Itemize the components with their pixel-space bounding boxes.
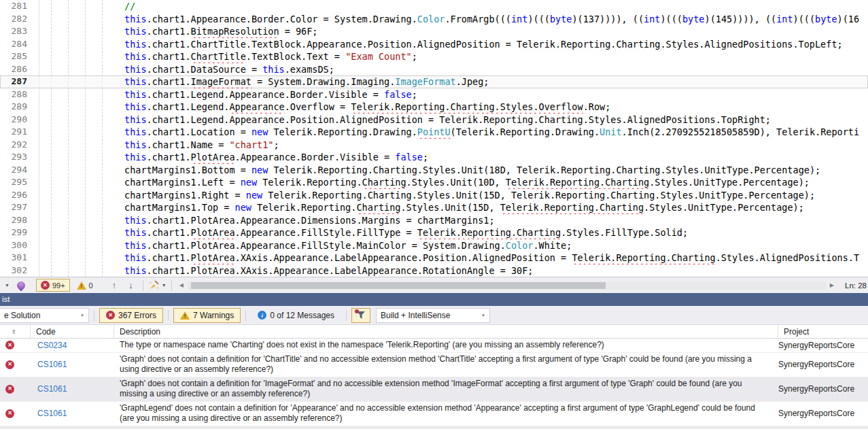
code-line[interactable]: 282this.chart1.Appearance.Border.Color =… bbox=[0, 13, 868, 26]
code-text: this.chart1.Legend.Appearance.Border.Vis… bbox=[124, 88, 417, 101]
margin-dropdown-icon[interactable]: ▼ bbox=[5, 283, 10, 288]
line-number: 295 bbox=[0, 176, 39, 189]
editor-warnings-indicator[interactable]: ! 0 bbox=[73, 279, 97, 292]
error-description: The type or namespace name 'Charting' do… bbox=[120, 340, 604, 351]
scope-dropdown[interactable]: e Solution ▼ bbox=[0, 308, 89, 323]
code-line[interactable]: 291this.chart1.Location = new Telerik.Re… bbox=[0, 126, 868, 139]
line-number: 302 bbox=[0, 264, 39, 277]
errors-filter-label: 367 Errors bbox=[118, 311, 156, 320]
code-line-current[interactable]: 287this.chart1.ImageFormat = System.Draw… bbox=[0, 75, 868, 88]
warnings-filter-button[interactable]: ! 7 Warnings bbox=[173, 308, 241, 323]
code-text: this.chart1.PlotArea.XAxis.Appearance.La… bbox=[124, 252, 859, 264]
code-line[interactable]: 292this.chart1.Name = "chart1"; bbox=[0, 139, 868, 152]
code-line[interactable]: 302this.chart1.PlotArea.XAxis.Appearance… bbox=[0, 264, 868, 277]
code-line[interactable]: 289this.chart1.Legend.Appearance.Overflo… bbox=[0, 101, 868, 114]
code-line[interactable]: 283this.chart1.BitmapResolution = 96F; bbox=[0, 25, 868, 38]
error-code[interactable]: CS1061 bbox=[31, 377, 114, 401]
code-text: chartMargins1.Right = new Telerik.Report… bbox=[124, 189, 815, 202]
code-line[interactable]: 295chartMargins1.Left = new Telerik.Repo… bbox=[0, 176, 868, 189]
line-number: 286 bbox=[0, 63, 39, 76]
messages-filter-button[interactable]: i 0 of 12 Messages bbox=[251, 308, 341, 323]
code-line[interactable]: 285this.chart1.ChartTitle.TextBlock.Text… bbox=[0, 50, 868, 63]
code-cleanup-button[interactable]: ▼ bbox=[148, 280, 167, 290]
error-list-row[interactable]: ✕CS1061'GraphLegend' does not contain a … bbox=[0, 402, 868, 426]
error-list-row[interactable]: ✕CS1061'Graph' does not contain a defini… bbox=[0, 353, 868, 377]
error-list-title: ist bbox=[2, 295, 10, 303]
code-line[interactable]: 281// bbox=[0, 0, 868, 13]
editor-errors-indicator[interactable]: ✕ 99+ bbox=[36, 279, 70, 292]
line-number: 284 bbox=[0, 38, 39, 51]
separator bbox=[168, 310, 169, 321]
code-text: this.chart1.PlotArea.Appearance.FillStyl… bbox=[124, 239, 572, 252]
code-editor[interactable]: 281//282this.chart1.Appearance.Border.Co… bbox=[0, 0, 868, 277]
error-icon: ✕ bbox=[5, 409, 14, 418]
description-cell: 'Graph' does not contain a definition fo… bbox=[114, 377, 778, 401]
warning-icon: ! bbox=[180, 311, 190, 320]
error-list-row[interactable]: ✕CS1061'Graph' does not contain a defini… bbox=[0, 377, 868, 402]
separator bbox=[346, 310, 347, 321]
filter-mode-dropdown[interactable]: Build + IntelliSense ▼ bbox=[376, 308, 490, 323]
severity-column-header[interactable]: ‼ bbox=[0, 325, 31, 338]
code-text: this.chart1.Name = "chart1"; bbox=[124, 139, 279, 152]
code-text: this.chart1.ImageFormat = System.Drawing… bbox=[124, 75, 489, 88]
line-number: 296 bbox=[0, 189, 39, 202]
line-number: 299 bbox=[0, 226, 39, 239]
code-line[interactable]: 296chartMargins1.Right = new Telerik.Rep… bbox=[0, 189, 868, 202]
code-line[interactable]: 284this.chart1.ChartTitle.TextBlock.Appe… bbox=[0, 38, 868, 51]
code-line[interactable]: 300this.chart1.PlotArea.Appearance.FillS… bbox=[0, 239, 868, 252]
error-icon: ✕ bbox=[5, 341, 14, 349]
scroll-left-icon[interactable]: ◀ bbox=[177, 282, 186, 288]
error-code[interactable]: CS1061 bbox=[31, 402, 114, 426]
warning-icon: ! bbox=[77, 281, 86, 290]
severity-cell: ✕ bbox=[0, 402, 31, 426]
error-icon: ✕ bbox=[41, 281, 50, 290]
line-number: 287 bbox=[0, 75, 39, 88]
scrollbar-thumb[interactable] bbox=[191, 282, 606, 289]
separator bbox=[94, 310, 94, 321]
error-code[interactable]: CS1061 bbox=[31, 353, 114, 377]
code-column-header[interactable]: Code bbox=[31, 325, 114, 338]
line-number: 301 bbox=[0, 252, 39, 264]
severity-column-icon: ‼ bbox=[12, 328, 16, 335]
error-code[interactable]: CS0234 bbox=[31, 339, 114, 352]
code-line[interactable]: 294chartMargins1.Bottom = new Telerik.Re… bbox=[0, 164, 868, 177]
editor-errors-count: 99+ bbox=[52, 281, 65, 290]
code-cleanup-dropdown-icon[interactable]: ▼ bbox=[162, 283, 167, 288]
warnings-filter-label: 7 Warnings bbox=[193, 311, 234, 320]
error-code[interactable]: CS1061 bbox=[31, 426, 114, 429]
error-list-row[interactable]: ✕CS1061'GraphLegend' does not contain a … bbox=[0, 426, 868, 429]
messages-filter-label: 0 of 12 Messages bbox=[270, 311, 334, 320]
visual-studio-window: 281//282this.chart1.Appearance.Border.Co… bbox=[0, 0, 868, 429]
code-line[interactable]: 288this.chart1.Legend.Appearance.Border.… bbox=[0, 88, 868, 101]
scroll-right-icon[interactable]: ▶ bbox=[827, 282, 837, 288]
code-line[interactable]: 293this.chart1.PlotArea.Appearance.Borde… bbox=[0, 151, 868, 164]
line-number: 289 bbox=[0, 101, 39, 114]
project-cell: SynergyReportsCore bbox=[778, 339, 868, 352]
code-line[interactable]: 290this.chart1.Legend.Appearance.Positio… bbox=[0, 114, 868, 126]
error-list-row[interactable]: ✕CS0234The type or namespace name 'Chart… bbox=[0, 339, 868, 353]
next-issue-icon[interactable]: ↓ bbox=[128, 280, 133, 290]
horizontal-scrollbar[interactable] bbox=[188, 281, 826, 290]
code-line[interactable]: 301this.chart1.PlotArea.XAxis.Appearance… bbox=[0, 252, 868, 264]
filter-button[interactable] bbox=[351, 308, 370, 323]
severity-cell: ✕ bbox=[0, 426, 31, 429]
scope-dropdown-value: e Solution bbox=[4, 311, 40, 320]
project-column-header[interactable]: Project bbox=[778, 325, 868, 338]
code-text: this.chart1.PlotArea.XAxis.Appearance.La… bbox=[124, 264, 533, 277]
severity-cell: ✕ bbox=[0, 353, 31, 377]
error-list-header: ‼ Code Description Project bbox=[0, 325, 868, 339]
code-lines: 281//282this.chart1.Appearance.Border.Co… bbox=[0, 0, 868, 277]
intellisense-icon[interactable] bbox=[15, 279, 27, 291]
code-text: chartMargins1.Bottom = new Telerik.Repor… bbox=[124, 164, 820, 177]
error-description: 'Graph' does not contain a definition fo… bbox=[120, 379, 771, 400]
description-column-header[interactable]: Description bbox=[114, 325, 778, 338]
line-number: 288 bbox=[0, 88, 39, 101]
description-cell: 'GraphLegend' does not contain a definit… bbox=[114, 402, 778, 426]
code-line[interactable]: 286this.chart1.DataSource = this.examsDS… bbox=[0, 63, 868, 76]
code-line[interactable]: 297chartMargins1.Top = new Telerik.Repor… bbox=[0, 201, 868, 214]
errors-filter-button[interactable]: ✕ 367 Errors bbox=[99, 308, 163, 323]
code-text: this.chart1.Legend.Appearance.Position.A… bbox=[124, 114, 771, 126]
code-line[interactable]: 298this.chart1.PlotArea.Appearance.Dimen… bbox=[0, 214, 868, 227]
code-line[interactable]: 299this.chart1.PlotArea.Appearance.FillS… bbox=[0, 226, 868, 239]
previous-issue-icon[interactable]: ↑ bbox=[112, 280, 117, 290]
